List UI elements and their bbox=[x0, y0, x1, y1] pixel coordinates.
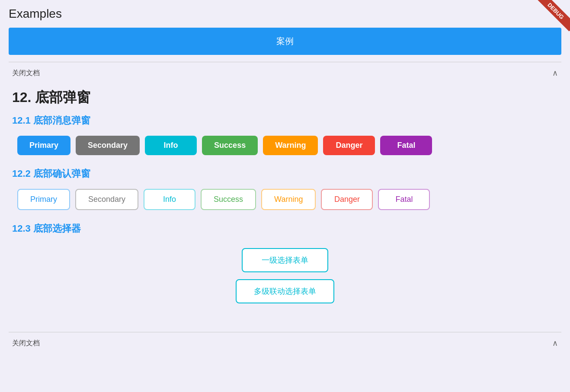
btn-selector-2[interactable]: 多级联动选择表单 bbox=[236, 279, 334, 303]
top-section-header[interactable]: 关闭文档 ∧ bbox=[9, 62, 561, 84]
btn-outline-secondary[interactable]: Secondary bbox=[75, 189, 138, 210]
btn-outline-primary[interactable]: Primary bbox=[17, 189, 70, 210]
main-section-title: 12. 底部弹窗 bbox=[12, 88, 558, 107]
btn-outline-fatal[interactable]: Fatal bbox=[378, 189, 430, 210]
btn-outline-danger[interactable]: Danger bbox=[321, 189, 373, 210]
btn-solid-danger[interactable]: Danger bbox=[323, 136, 375, 155]
subsection-2-btn-row: Primary Secondary Info Success Warning D… bbox=[12, 189, 558, 210]
bottom-chevron-icon: ∧ bbox=[552, 338, 558, 348]
bottom-section-header[interactable]: 关闭文档 ∧ bbox=[9, 332, 561, 354]
top-chevron-icon: ∧ bbox=[552, 68, 558, 78]
btn-outline-success[interactable]: Success bbox=[201, 189, 256, 210]
btn-solid-secondary[interactable]: Secondary bbox=[76, 136, 140, 155]
subsection-1-btn-row: Primary Secondary Info Success Warning D… bbox=[12, 136, 558, 155]
top-close-label: 关闭文档 bbox=[12, 69, 40, 78]
btn-solid-warning[interactable]: Warning bbox=[263, 136, 318, 155]
subsection-2-title: 12.2 底部确认弹窗 bbox=[12, 167, 558, 180]
btn-solid-primary[interactable]: Primary bbox=[17, 136, 70, 155]
btn-solid-info[interactable]: Info bbox=[145, 136, 197, 155]
btn-solid-success[interactable]: Success bbox=[202, 136, 258, 155]
subsection-1-title: 12.1 底部消息弹窗 bbox=[12, 114, 558, 127]
subsection-3-title: 12.3 底部选择器 bbox=[12, 222, 558, 235]
btn-outline-info[interactable]: Info bbox=[144, 189, 195, 210]
bottom-close-label: 关闭文档 bbox=[12, 339, 40, 348]
btn-solid-fatal[interactable]: Fatal bbox=[380, 136, 432, 155]
btn-outline-warning[interactable]: Warning bbox=[261, 189, 316, 210]
banner: 案例 bbox=[9, 28, 561, 55]
btn-selector-1[interactable]: 一级选择表单 bbox=[242, 248, 328, 272]
page-title: Examples bbox=[9, 7, 561, 21]
selector-area: 一级选择表单 多级联动选择表单 bbox=[12, 244, 558, 315]
main-content: 12. 底部弹窗 12.1 底部消息弹窗 Primary Secondary I… bbox=[9, 84, 561, 323]
